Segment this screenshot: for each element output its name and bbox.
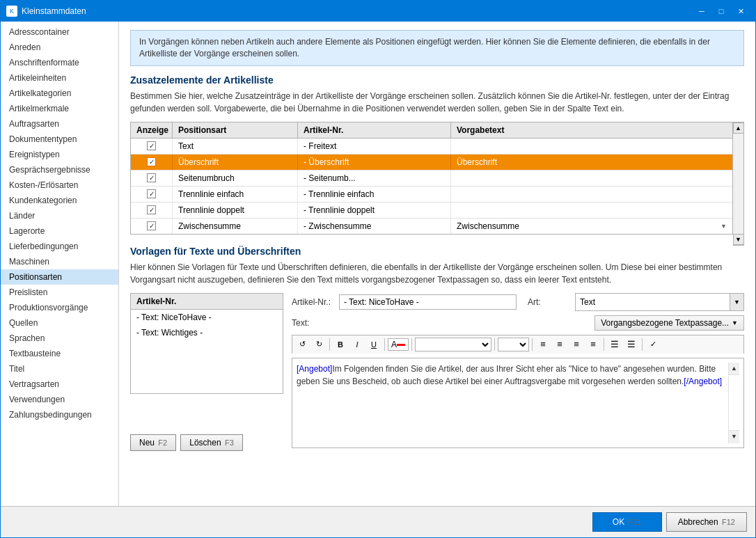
textarea-scrollbar[interactable]: ▲ ▼ xyxy=(728,363,739,443)
row5-vorgabetext[interactable] xyxy=(451,203,732,218)
sidebar-item-quellen[interactable]: Quellen xyxy=(1,315,118,331)
list-item-wichtiges[interactable]: - Text: Wichtiges - xyxy=(131,325,283,340)
row4-anzeige[interactable] xyxy=(131,187,173,202)
sidebar-item-dokumententypen[interactable]: Dokumententypen xyxy=(1,132,118,147)
sidebar-item-maschinen[interactable]: Maschinen xyxy=(1,254,118,269)
row4-artikel-nr[interactable]: - Trennlinie einfach xyxy=(298,187,451,202)
ok-button[interactable]: OK F11 xyxy=(592,512,662,532)
table-row[interactable]: Trennlinie doppelt - Trennlinie doppelt xyxy=(131,203,732,219)
undo-button[interactable]: ↺ xyxy=(294,338,310,351)
italic-button[interactable]: I xyxy=(349,338,365,351)
row2-vorgabetext[interactable]: Überschrift xyxy=(451,155,732,170)
align-left-button[interactable]: ≡ xyxy=(535,338,551,351)
sidebar-item-gespraechsergebnisse[interactable]: Gesprächsergebnisse xyxy=(1,162,118,177)
sidebar-item-preislisten[interactable]: Preislisten xyxy=(1,285,118,300)
row1-anzeige[interactable] xyxy=(131,139,173,154)
row4-positionsart[interactable]: Trennlinie einfach xyxy=(173,187,298,202)
sidebar-item-artikeleinheiten[interactable]: Artikeleinheiten xyxy=(1,70,118,86)
align-justify-button[interactable]: ≡ xyxy=(585,338,601,351)
special-char-button[interactable]: ✓ xyxy=(645,338,661,351)
row2-positionsart[interactable]: Überschrift xyxy=(173,155,298,170)
close-button[interactable]: ✕ xyxy=(732,3,750,19)
sidebar-item-artikelkategorien[interactable]: Artikelkategorien xyxy=(1,86,118,101)
sidebar-item-auftragsarten[interactable]: Auftragsarten xyxy=(1,116,118,132)
toolbar-sep1 xyxy=(329,338,330,351)
row5-positionsart[interactable]: Trennlinie doppelt xyxy=(173,203,298,218)
row1-vorgabetext[interactable] xyxy=(451,139,732,154)
scrollbar-up[interactable]: ▲ xyxy=(733,122,744,134)
checkbox-row2[interactable] xyxy=(147,157,156,166)
neu-button[interactable]: Neu F2 xyxy=(130,434,176,451)
textarea-scroll-up[interactable]: ▲ xyxy=(729,363,739,376)
maximize-button[interactable]: □ xyxy=(712,3,730,19)
sidebar-item-verwendungen[interactable]: Verwendungen xyxy=(1,392,118,407)
checkbox-row5[interactable] xyxy=(147,205,156,214)
checkbox-row3[interactable] xyxy=(147,173,156,182)
sidebar-item-kosten-erloesarten[interactable]: Kosten-/Erlösarten xyxy=(1,177,118,193)
underline-button[interactable]: U xyxy=(366,338,381,351)
vorgangsbezogen-button[interactable]: Vorgangsbezogene Textpassage... ▼ xyxy=(594,315,744,331)
sidebar-item-positionsarten[interactable]: Positionsarten xyxy=(1,269,118,285)
table-row[interactable]: Text - Freitext xyxy=(131,139,732,155)
row3-artikel-nr[interactable]: - Seitenumb... xyxy=(298,171,451,186)
list-bullet-button[interactable]: ☰ xyxy=(607,338,622,351)
bold-button[interactable]: B xyxy=(333,338,348,351)
sidebar-item-lagerorte[interactable]: Lagerorte xyxy=(1,223,118,239)
sidebar-item-anschriftenformate[interactable]: Anschriftenformate xyxy=(1,55,118,70)
checkbox-row1[interactable] xyxy=(147,141,156,150)
text-label: Text: xyxy=(292,318,333,328)
sidebar-item-titel[interactable]: Titel xyxy=(1,361,118,377)
font-selector[interactable] xyxy=(415,338,491,351)
align-right-button[interactable]: ≡ xyxy=(569,338,584,351)
sidebar-item-anreden[interactable]: Anreden xyxy=(1,40,118,55)
checkbox-row6[interactable] xyxy=(147,221,156,230)
list-number-button[interactable]: ☰ xyxy=(624,338,639,351)
abbrechen-button[interactable]: Abbrechen F12 xyxy=(666,512,747,532)
row6-anzeige[interactable] xyxy=(131,219,173,234)
art-dropdown-arrow[interactable]: ▼ xyxy=(730,294,743,310)
textarea-scroll-down[interactable]: ▼ xyxy=(729,430,739,443)
text-area-wrapper: [Angebot]Im Folgenden finden Sie die Art… xyxy=(292,358,744,448)
sidebar-item-adresscontainer[interactable]: Adresscontainer xyxy=(1,24,118,40)
font-color-button[interactable]: A xyxy=(388,338,409,351)
size-selector[interactable] xyxy=(498,338,529,351)
artikel-nr-input[interactable] xyxy=(339,294,517,310)
sidebar-item-ereignistypen[interactable]: Ereignistypen xyxy=(1,147,118,162)
sidebar-item-textbausteine[interactable]: Textbausteine xyxy=(1,346,118,361)
sidebar-item-lieferbedingungen[interactable]: Lieferbedingungen xyxy=(1,239,118,254)
row1-positionsart[interactable]: Text xyxy=(173,139,298,154)
list-item-nicetohave[interactable]: - Text: NiceToHave - xyxy=(131,310,283,325)
table-scrollbar[interactable]: ▲ ▼ xyxy=(733,122,744,246)
table-row[interactable]: Seitenumbruch - Seitenumb... xyxy=(131,171,732,187)
row5-anzeige[interactable] xyxy=(131,203,173,218)
sidebar-item-artikelmerkmale[interactable]: Artikelmerkmale xyxy=(1,101,118,116)
text-area-content[interactable]: [Angebot]Im Folgenden finden Sie die Art… xyxy=(297,363,728,443)
row6-positionsart[interactable]: Zwischensumme xyxy=(173,219,298,234)
row1-artikel-nr[interactable]: - Freitext xyxy=(298,139,451,154)
loeschen-button[interactable]: Löschen F3 xyxy=(180,434,243,451)
sidebar-item-laender[interactable]: Länder xyxy=(1,208,118,223)
row3-vorgabetext[interactable] xyxy=(451,171,732,186)
row2-artikel-nr[interactable]: - Überschrift xyxy=(298,155,451,170)
art-dropdown[interactable]: Text ▼ xyxy=(575,293,744,311)
checkbox-row4[interactable] xyxy=(147,189,156,198)
row3-positionsart[interactable]: Seitenumbruch xyxy=(173,171,298,186)
table-row[interactable]: Überschrift - Überschrift Überschrift xyxy=(131,155,732,171)
row2-anzeige[interactable] xyxy=(131,155,173,170)
table-row[interactable]: Trennlinie einfach - Trennlinie einfach xyxy=(131,187,732,203)
sidebar-item-kundenkategorien[interactable]: Kundenkategorien xyxy=(1,193,118,208)
row6-artikel-nr[interactable]: - Zwischensumme xyxy=(298,219,451,234)
row4-vorgabetext[interactable] xyxy=(451,187,732,202)
scrollbar-down[interactable]: ▼ xyxy=(733,234,744,245)
redo-button[interactable]: ↻ xyxy=(311,338,326,351)
row5-artikel-nr[interactable]: - Trennlinie doppelt xyxy=(298,203,451,218)
sidebar-item-produktionsvorgaenge[interactable]: Produktionsvorgänge xyxy=(1,300,118,315)
minimize-button[interactable]: ─ xyxy=(693,3,711,19)
align-center-button[interactable]: ≡ xyxy=(552,338,567,351)
sidebar-item-zahlungsbedingungen[interactable]: Zahlungsbedingungen xyxy=(1,407,118,422)
title-bar: K Kleinstammdaten ─ □ ✕ xyxy=(1,1,755,22)
sidebar-item-sprachen[interactable]: Sprachen xyxy=(1,331,118,346)
sidebar-item-vertragsarten[interactable]: Vertragsarten xyxy=(1,377,118,392)
row3-anzeige[interactable] xyxy=(131,171,173,186)
table-row[interactable]: Zwischensumme - Zwischensumme Zwischensu… xyxy=(131,219,732,234)
